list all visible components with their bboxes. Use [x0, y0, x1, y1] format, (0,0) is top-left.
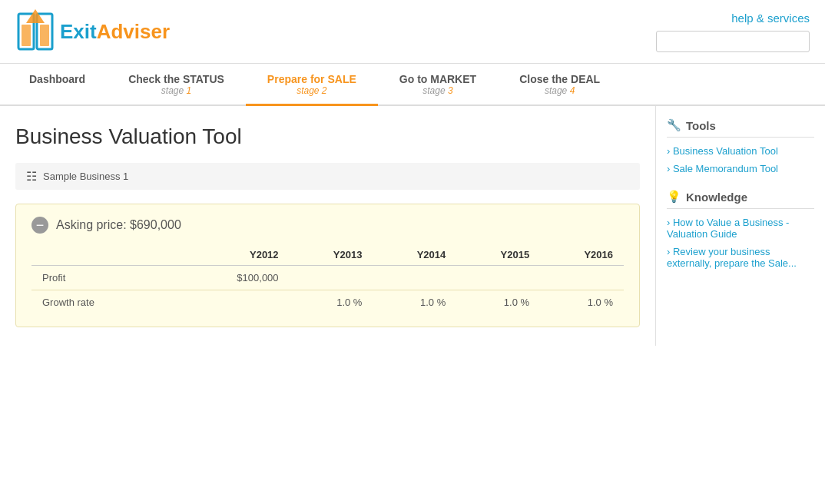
header-right: help & services [656, 12, 810, 52]
col-y2013: Y2013 [290, 244, 373, 266]
knowledge-section: 💡 Knowledge How to Value a Business - Va… [667, 190, 814, 269]
nav-item-close-deal[interactable]: Close the DEAL stage 4 [498, 64, 621, 106]
table-row: Growth rate 1.0 % 1.0 % 1.0 % 1.0 % [31, 290, 624, 315]
logo-area: ExitAdviser [15, 8, 170, 55]
asking-price-label: Asking price: $690,000 [56, 218, 181, 232]
wrench-icon: 🔧 [667, 118, 681, 132]
row-profit-y2015 [456, 266, 540, 290]
business-name: Sample Business 1 [43, 171, 128, 182]
table-row: Profit $100,000 [31, 266, 624, 290]
row-growth-y2014: 1.0 % [373, 290, 456, 315]
logo-icon [15, 8, 55, 55]
svg-rect-4 [40, 25, 49, 46]
svg-rect-3 [22, 25, 31, 46]
lightbulb-icon: 💡 [667, 190, 681, 204]
col-label [31, 244, 184, 266]
business-icon: ☷ [26, 169, 37, 184]
row-profit-y2013 [290, 266, 373, 290]
valuation-box: − Asking price: $690,000 Y2012 Y2013 Y20… [15, 204, 640, 327]
page-title: Business Valuation Tool [15, 124, 640, 149]
row-growth-y2016: 1.0 % [540, 290, 624, 315]
logo-text: ExitAdviser [60, 20, 170, 44]
sidebar-link-memorandum-tool[interactable]: Sale Memorandum Tool [667, 163, 814, 174]
header: ExitAdviser help & services [0, 0, 825, 64]
sidebar-link-review-business[interactable]: Review your business externally, prepare… [667, 246, 814, 269]
tools-section: 🔧 Tools Business Valuation Tool Sale Mem… [667, 118, 814, 174]
row-profit-y2016 [540, 266, 624, 290]
knowledge-title: 💡 Knowledge [667, 190, 814, 209]
row-growth-y2015: 1.0 % [456, 290, 540, 315]
sidebar: 🔧 Tools Business Valuation Tool Sale Mem… [656, 106, 825, 346]
sidebar-link-how-to-value[interactable]: How to Value a Business - Valuation Guid… [667, 217, 814, 240]
nav-item-go-to-market[interactable]: Go to MARKET stage 3 [378, 64, 498, 106]
col-y2014: Y2014 [373, 244, 456, 266]
table-header-row: Y2012 Y2013 Y2014 Y2015 Y2016 [31, 244, 624, 266]
nav-item-prepare-sale[interactable]: Prepare for SALE stage 2 [246, 64, 378, 106]
nav-item-dashboard[interactable]: Dashboard [8, 64, 107, 106]
row-growth-y2013: 1.0 % [290, 290, 373, 315]
collapse-icon[interactable]: − [31, 217, 48, 234]
tools-title: 🔧 Tools [667, 118, 814, 138]
row-profit-y2012: $100,000 [184, 266, 289, 290]
asking-price-row: − Asking price: $690,000 [31, 217, 624, 234]
business-selector[interactable]: ☷ Sample Business 1 [15, 163, 640, 190]
svg-marker-2 [26, 9, 45, 23]
row-profit-label: Profit [31, 266, 184, 290]
valuation-table: Y2012 Y2013 Y2014 Y2015 Y2016 Profit $10… [31, 244, 624, 314]
sidebar-link-valuation-tool[interactable]: Business Valuation Tool [667, 145, 814, 157]
col-y2016: Y2016 [540, 244, 624, 266]
content-area: Business Valuation Tool ☷ Sample Busines… [0, 106, 825, 346]
col-y2015: Y2015 [456, 244, 540, 266]
row-growth-label: Growth rate [31, 290, 184, 315]
nav-bar: Dashboard Check the STATUS stage 1 Prepa… [0, 64, 825, 106]
help-services-link[interactable]: help & services [656, 12, 810, 25]
row-growth-y2012 [184, 290, 289, 315]
col-y2012: Y2012 [184, 244, 289, 266]
search-input[interactable] [656, 31, 810, 52]
row-profit-y2014 [373, 266, 456, 290]
nav-item-check-status[interactable]: Check the STATUS stage 1 [107, 64, 246, 106]
main-content: Business Valuation Tool ☷ Sample Busines… [0, 106, 656, 346]
